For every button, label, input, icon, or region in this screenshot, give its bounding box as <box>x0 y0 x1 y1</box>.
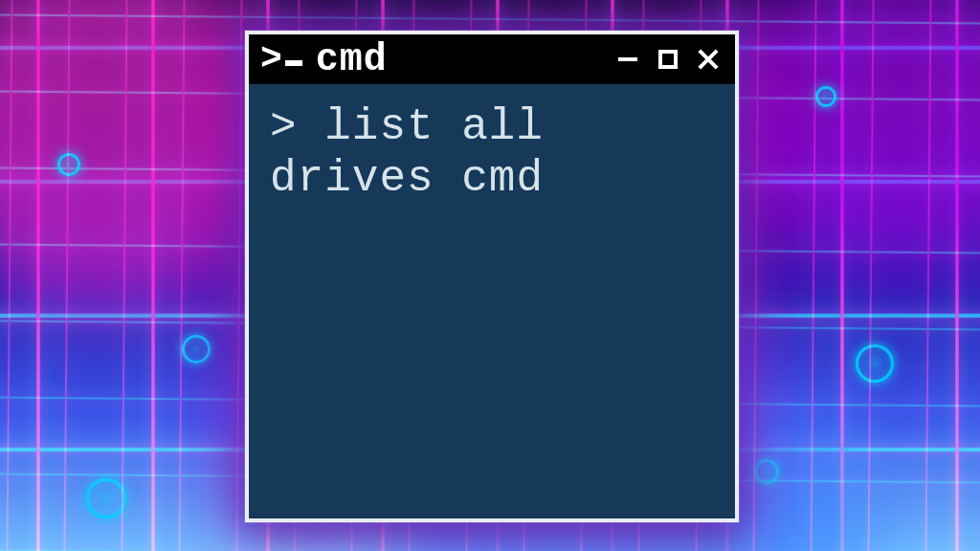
maximize-icon <box>658 50 678 69</box>
maximize-button[interactable] <box>655 46 681 73</box>
titlebar[interactable]: > cmd <box>249 34 735 84</box>
window-controls <box>614 46 722 73</box>
prompt-symbol: > <box>270 102 298 152</box>
minimize-icon <box>618 57 637 61</box>
terminal-command-text: list all drives cmd <box>270 102 571 204</box>
close-button[interactable] <box>695 46 722 73</box>
terminal-window: > cmd > list all drives cmd <box>245 31 739 522</box>
window-title: cmd <box>316 38 601 81</box>
terminal-prompt-icon: > <box>260 41 302 77</box>
terminal-body[interactable]: > list all drives cmd <box>249 84 735 518</box>
minimize-button[interactable] <box>614 46 641 73</box>
close-icon <box>697 48 720 71</box>
